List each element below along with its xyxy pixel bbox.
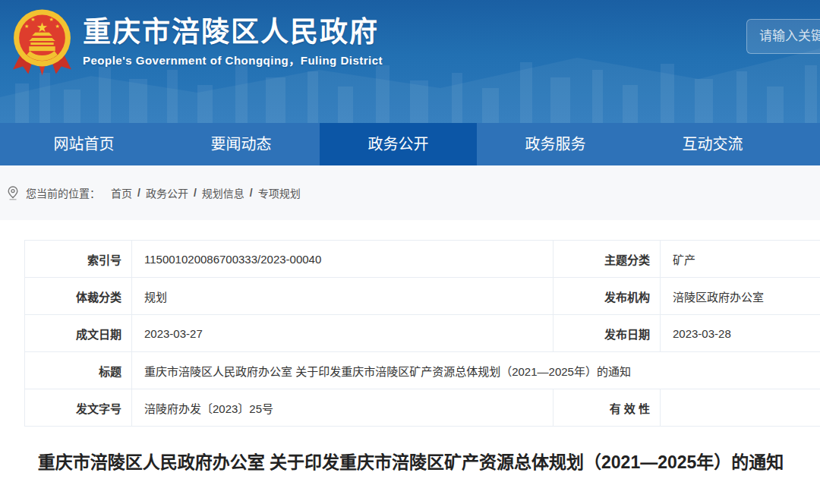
breadcrumb-current: 专项规划 xyxy=(258,185,301,200)
svg-text:★: ★ xyxy=(55,24,60,30)
site-title: 重庆市涪陵区人民政府 xyxy=(83,17,383,49)
brand-text: 重庆市涪陵区人民政府 People's Government of Chongq… xyxy=(83,17,383,68)
table-row: 成文日期 2023-03-27 发布日期 2023-03-28 xyxy=(25,315,820,352)
nav-item-news[interactable]: 要闻动态 xyxy=(162,123,320,165)
document-number-label: 发文字号 xyxy=(25,389,132,427)
breadcrumb-separator: / xyxy=(137,187,140,199)
nav-item-gov-service[interactable]: 政务服务 xyxy=(477,123,634,165)
breadcrumb-gov-info[interactable]: 政务公开 xyxy=(146,185,188,200)
article-title: 重庆市涪陵区人民政府办公室 关于印发重庆市涪陵区矿产资源总体规划（2021—20… xyxy=(27,449,794,477)
svg-text:★: ★ xyxy=(49,17,53,23)
breadcrumb-planning-info[interactable]: 规划信息 xyxy=(202,185,244,200)
breadcrumb-label: 您当前的位置： xyxy=(26,185,100,200)
breadcrumb-bar: 您当前的位置： 首页 / 政务公开 / 规划信息 / 专项规划 xyxy=(0,165,820,220)
written-date-label: 成文日期 xyxy=(25,315,132,352)
page: ★ ★ ★ ★ ★ 重庆市涪陵区人民政府 People's Government… xyxy=(0,0,820,477)
breadcrumb-separator: / xyxy=(250,187,253,199)
issuing-agency-label: 发布机构 xyxy=(554,278,661,315)
svg-text:★: ★ xyxy=(24,24,29,30)
validity-label: 有 效 性 xyxy=(554,389,661,427)
national-emblem-icon: ★ ★ ★ ★ ★ xyxy=(11,6,74,77)
document-number-value: 涪陵府办发〔2023〕25号 xyxy=(132,389,554,427)
topic-category-value: 矿产 xyxy=(661,241,820,278)
publish-date-label: 发布日期 xyxy=(554,315,661,352)
main-nav: 网站首页 要闻动态 政务公开 政务服务 互动交流 xyxy=(0,123,820,165)
genre-category-value: 规划 xyxy=(132,278,554,315)
title-value: 重庆市涪陵区人民政府办公室 关于印发重庆市涪陵区矿产资源总体规划（2021—20… xyxy=(132,352,820,389)
publish-date-value: 2023-03-28 xyxy=(661,315,820,352)
svg-text:★: ★ xyxy=(30,17,35,23)
table-row: 发文字号 涪陵府办发〔2023〕25号 有 效 性 xyxy=(25,389,820,427)
site-logo[interactable]: ★ ★ ★ ★ ★ 重庆市涪陵区人民政府 People's Government… xyxy=(11,6,383,77)
svg-text:★: ★ xyxy=(36,20,48,35)
table-row: 体裁分类 规划 发布机构 涪陵区政府办公室 xyxy=(25,278,820,315)
browser-viewport: ★ ★ ★ ★ ★ 重庆市涪陵区人民政府 People's Government… xyxy=(0,0,820,504)
breadcrumb: 您当前的位置： 首页 / 政务公开 / 规划信息 / 专项规划 xyxy=(0,185,301,200)
index-number-label: 索引号 xyxy=(25,241,132,278)
content-area: 索引号 115001020086700333/2023-00040 主题分类 矿… xyxy=(0,240,820,477)
nav-item-gov-info[interactable]: 政务公开 xyxy=(320,123,477,165)
topic-category-label: 主题分类 xyxy=(554,241,661,278)
genre-category-label: 体裁分类 xyxy=(25,278,132,315)
location-pin-icon xyxy=(7,186,19,200)
table-row: 索引号 115001020086700333/2023-00040 主题分类 矿… xyxy=(25,241,820,278)
validity-value xyxy=(661,389,820,427)
site-header: ★ ★ ★ ★ ★ 重庆市涪陵区人民政府 People's Government… xyxy=(0,0,820,123)
written-date-value: 2023-03-27 xyxy=(132,315,554,352)
document-info-table: 索引号 115001020086700333/2023-00040 主题分类 矿… xyxy=(24,240,820,427)
title-label: 标题 xyxy=(25,352,132,389)
header-search xyxy=(746,19,820,54)
breadcrumb-home[interactable]: 首页 xyxy=(111,185,132,200)
issuing-agency-value: 涪陵区政府办公室 xyxy=(661,278,820,315)
nav-item-interaction[interactable]: 互动交流 xyxy=(634,123,791,165)
search-input[interactable] xyxy=(747,20,820,53)
index-number-value: 115001020086700333/2023-00040 xyxy=(132,241,554,278)
site-subtitle: People's Government of Chongqing，Fuling … xyxy=(83,52,383,68)
nav-item-home[interactable]: 网站首页 xyxy=(5,123,162,165)
breadcrumb-separator: / xyxy=(194,187,197,199)
table-row: 标题 重庆市涪陵区人民政府办公室 关于印发重庆市涪陵区矿产资源总体规划（2021… xyxy=(25,352,820,389)
